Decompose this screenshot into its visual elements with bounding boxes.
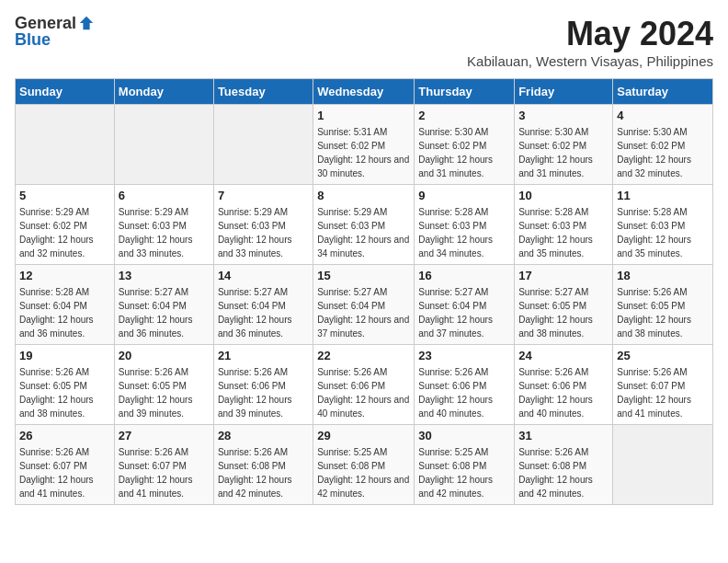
title-area: May 2024 Kabilauan, Western Visayas, Phi…	[467, 15, 713, 69]
calendar-cell: 4Sunrise: 5:30 AMSunset: 6:02 PMDaylight…	[613, 105, 713, 185]
day-number: 29	[317, 429, 410, 442]
calendar-cell: 7Sunrise: 5:29 AMSunset: 6:03 PMDaylight…	[213, 185, 313, 265]
day-info: Sunrise: 5:26 AMSunset: 6:07 PMDaylight:…	[119, 445, 210, 500]
calendar-cell: 16Sunrise: 5:27 AMSunset: 6:04 PMDayligh…	[415, 265, 515, 345]
calendar-cell: 27Sunrise: 5:26 AMSunset: 6:07 PMDayligh…	[114, 425, 213, 505]
day-number: 1	[317, 109, 410, 122]
calendar-cell	[114, 105, 213, 185]
header-day: Thursday	[415, 79, 515, 105]
calendar-cell: 6Sunrise: 5:29 AMSunset: 6:03 PMDaylight…	[114, 185, 213, 265]
day-number: 3	[518, 109, 609, 122]
header-day: Monday	[114, 79, 213, 105]
day-number: 21	[218, 349, 309, 362]
day-number: 7	[218, 189, 309, 202]
calendar-table: SundayMondayTuesdayWednesdayThursdayFrid…	[15, 78, 713, 505]
day-number: 6	[119, 189, 210, 202]
calendar-cell: 5Sunrise: 5:29 AMSunset: 6:02 PMDaylight…	[16, 185, 115, 265]
day-number: 22	[317, 349, 410, 362]
day-number: 28	[218, 429, 309, 442]
location: Kabilauan, Western Visayas, Philippines	[467, 53, 713, 69]
header-day: Saturday	[613, 79, 713, 105]
day-number: 8	[317, 189, 410, 202]
day-number: 20	[119, 349, 210, 362]
day-info: Sunrise: 5:29 AMSunset: 6:02 PMDaylight:…	[19, 205, 110, 260]
day-info: Sunrise: 5:26 AMSunset: 6:05 PMDaylight:…	[119, 365, 210, 420]
calendar-cell: 17Sunrise: 5:27 AMSunset: 6:05 PMDayligh…	[515, 265, 613, 345]
calendar-cell: 30Sunrise: 5:25 AMSunset: 6:08 PMDayligh…	[415, 425, 515, 505]
calendar-cell: 21Sunrise: 5:26 AMSunset: 6:06 PMDayligh…	[213, 345, 313, 425]
day-info: Sunrise: 5:30 AMSunset: 6:02 PMDaylight:…	[617, 125, 709, 180]
day-number: 25	[617, 349, 709, 362]
calendar-cell: 28Sunrise: 5:26 AMSunset: 6:08 PMDayligh…	[213, 425, 313, 505]
day-info: Sunrise: 5:27 AMSunset: 6:04 PMDaylight:…	[418, 285, 510, 340]
calendar-cell: 8Sunrise: 5:29 AMSunset: 6:03 PMDaylight…	[313, 185, 415, 265]
day-info: Sunrise: 5:31 AMSunset: 6:02 PMDaylight:…	[317, 125, 410, 180]
calendar-week-row: 5Sunrise: 5:29 AMSunset: 6:02 PMDaylight…	[16, 185, 713, 265]
day-info: Sunrise: 5:26 AMSunset: 6:05 PMDaylight:…	[19, 365, 110, 420]
day-info: Sunrise: 5:26 AMSunset: 6:06 PMDaylight:…	[418, 365, 510, 420]
header-day: Tuesday	[213, 79, 313, 105]
day-number: 23	[418, 349, 510, 362]
header-day: Sunday	[16, 79, 115, 105]
day-number: 4	[617, 109, 709, 122]
month-year: May 2024	[467, 15, 713, 53]
day-number: 17	[518, 269, 609, 282]
calendar-cell: 19Sunrise: 5:26 AMSunset: 6:05 PMDayligh…	[16, 345, 115, 425]
calendar-cell: 1Sunrise: 5:31 AMSunset: 6:02 PMDaylight…	[313, 105, 415, 185]
calendar-cell: 24Sunrise: 5:26 AMSunset: 6:06 PMDayligh…	[515, 345, 613, 425]
header: General Blue May 2024 Kabilauan, Western…	[15, 15, 713, 69]
day-info: Sunrise: 5:27 AMSunset: 6:04 PMDaylight:…	[218, 285, 309, 340]
day-number: 12	[19, 269, 110, 282]
logo-general: General	[15, 15, 76, 31]
svg-marker-0	[80, 17, 93, 29]
day-info: Sunrise: 5:28 AMSunset: 6:03 PMDaylight:…	[518, 205, 609, 260]
calendar-cell: 9Sunrise: 5:28 AMSunset: 6:03 PMDaylight…	[415, 185, 515, 265]
day-number: 27	[119, 429, 210, 442]
day-info: Sunrise: 5:26 AMSunset: 6:07 PMDaylight:…	[617, 365, 709, 420]
calendar-week-row: 26Sunrise: 5:26 AMSunset: 6:07 PMDayligh…	[16, 425, 713, 505]
day-number: 24	[518, 349, 609, 362]
day-number: 19	[19, 349, 110, 362]
day-info: Sunrise: 5:28 AMSunset: 6:03 PMDaylight:…	[617, 205, 709, 260]
logo-icon	[78, 15, 95, 31]
logo-blue: Blue	[15, 31, 51, 48]
day-info: Sunrise: 5:27 AMSunset: 6:04 PMDaylight:…	[119, 285, 210, 340]
day-number: 13	[119, 269, 210, 282]
calendar-cell	[213, 105, 313, 185]
calendar-week-row: 12Sunrise: 5:28 AMSunset: 6:04 PMDayligh…	[16, 265, 713, 345]
calendar-header-row: SundayMondayTuesdayWednesdayThursdayFrid…	[16, 79, 713, 105]
calendar-cell: 13Sunrise: 5:27 AMSunset: 6:04 PMDayligh…	[114, 265, 213, 345]
calendar-cell: 15Sunrise: 5:27 AMSunset: 6:04 PMDayligh…	[313, 265, 415, 345]
calendar-cell: 20Sunrise: 5:26 AMSunset: 6:05 PMDayligh…	[114, 345, 213, 425]
calendar-cell: 12Sunrise: 5:28 AMSunset: 6:04 PMDayligh…	[16, 265, 115, 345]
day-info: Sunrise: 5:26 AMSunset: 6:06 PMDaylight:…	[518, 365, 609, 420]
calendar-cell: 18Sunrise: 5:26 AMSunset: 6:05 PMDayligh…	[613, 265, 713, 345]
day-number: 14	[218, 269, 309, 282]
day-number: 2	[418, 109, 510, 122]
calendar-cell: 2Sunrise: 5:30 AMSunset: 6:02 PMDaylight…	[415, 105, 515, 185]
day-info: Sunrise: 5:27 AMSunset: 6:05 PMDaylight:…	[518, 285, 609, 340]
calendar-cell: 29Sunrise: 5:25 AMSunset: 6:08 PMDayligh…	[313, 425, 415, 505]
calendar-cell: 11Sunrise: 5:28 AMSunset: 6:03 PMDayligh…	[613, 185, 713, 265]
calendar-cell	[613, 425, 713, 505]
calendar-cell: 23Sunrise: 5:26 AMSunset: 6:06 PMDayligh…	[415, 345, 515, 425]
day-info: Sunrise: 5:25 AMSunset: 6:08 PMDaylight:…	[317, 445, 410, 500]
calendar-cell: 3Sunrise: 5:30 AMSunset: 6:02 PMDaylight…	[515, 105, 613, 185]
day-number: 15	[317, 269, 410, 282]
day-info: Sunrise: 5:26 AMSunset: 6:07 PMDaylight:…	[19, 445, 110, 500]
day-number: 10	[518, 189, 609, 202]
calendar-cell: 25Sunrise: 5:26 AMSunset: 6:07 PMDayligh…	[613, 345, 713, 425]
calendar-week-row: 19Sunrise: 5:26 AMSunset: 6:05 PMDayligh…	[16, 345, 713, 425]
logo: General Blue	[15, 15, 95, 48]
day-number: 30	[418, 429, 510, 442]
day-number: 5	[19, 189, 110, 202]
day-info: Sunrise: 5:29 AMSunset: 6:03 PMDaylight:…	[119, 205, 210, 260]
day-info: Sunrise: 5:29 AMSunset: 6:03 PMDaylight:…	[317, 205, 410, 260]
day-number: 26	[19, 429, 110, 442]
day-number: 18	[617, 269, 709, 282]
header-day: Wednesday	[313, 79, 415, 105]
calendar-week-row: 1Sunrise: 5:31 AMSunset: 6:02 PMDaylight…	[16, 105, 713, 185]
calendar-cell: 26Sunrise: 5:26 AMSunset: 6:07 PMDayligh…	[16, 425, 115, 505]
day-info: Sunrise: 5:25 AMSunset: 6:08 PMDaylight:…	[418, 445, 510, 500]
day-number: 31	[518, 429, 609, 442]
